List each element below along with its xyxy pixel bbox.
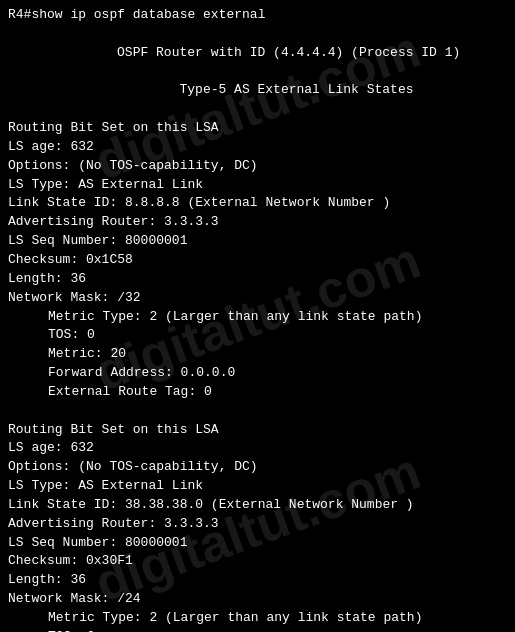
- blank-2: [8, 63, 507, 82]
- b2-seq-num: LS Seq Number: 80000001: [8, 534, 507, 553]
- b1-routing-bit: Routing Bit Set on this LSA: [8, 119, 507, 138]
- b1-forward-addr: Forward Address: 0.0.0.0: [8, 364, 507, 383]
- terminal-output: R4#show ip ospf database external OSPF R…: [0, 0, 515, 632]
- b1-seq-num: LS Seq Number: 80000001: [8, 232, 507, 251]
- b2-routing-bit: Routing Bit Set on this LSA: [8, 421, 507, 440]
- b1-adv-router: Advertising Router: 3.3.3.3: [8, 213, 507, 232]
- b1-checksum: Checksum: 0x1C58: [8, 251, 507, 270]
- b1-network-mask: Network Mask: /32: [8, 289, 507, 308]
- b2-metric-type: Metric Type: 2 (Larger than any link sta…: [8, 609, 507, 628]
- b1-ls-age: LS age: 632: [8, 138, 507, 157]
- b1-ext-route-tag: External Route Tag: 0: [8, 383, 507, 402]
- header2-line: Type-5 AS External Link States: [8, 81, 507, 100]
- b1-tos: TOS: 0: [8, 326, 507, 345]
- blank-4: [8, 402, 507, 421]
- blank-1: [8, 25, 507, 44]
- b2-link-state-id: Link State ID: 38.38.38.0 (External Netw…: [8, 496, 507, 515]
- b2-ls-type: LS Type: AS External Link: [8, 477, 507, 496]
- b1-link-state-id: Link State ID: 8.8.8.8 (External Network…: [8, 194, 507, 213]
- b2-tos: TOS: 0: [8, 628, 507, 632]
- prompt-line: R4#show ip ospf database external: [8, 6, 507, 25]
- b2-length: Length: 36: [8, 571, 507, 590]
- b1-metric-type: Metric Type: 2 (Larger than any link sta…: [8, 308, 507, 327]
- b1-ls-type: LS Type: AS External Link: [8, 176, 507, 195]
- b1-options: Options: (No TOS-capability, DC): [8, 157, 507, 176]
- b1-metric: Metric: 20: [8, 345, 507, 364]
- b2-ls-age: LS age: 632: [8, 439, 507, 458]
- b2-options: Options: (No TOS-capability, DC): [8, 458, 507, 477]
- b1-length: Length: 36: [8, 270, 507, 289]
- header1-line: OSPF Router with ID (4.4.4.4) (Process I…: [8, 44, 507, 63]
- b2-checksum: Checksum: 0x30F1: [8, 552, 507, 571]
- b2-network-mask: Network Mask: /24: [8, 590, 507, 609]
- blank-3: [8, 100, 507, 119]
- b2-adv-router: Advertising Router: 3.3.3.3: [8, 515, 507, 534]
